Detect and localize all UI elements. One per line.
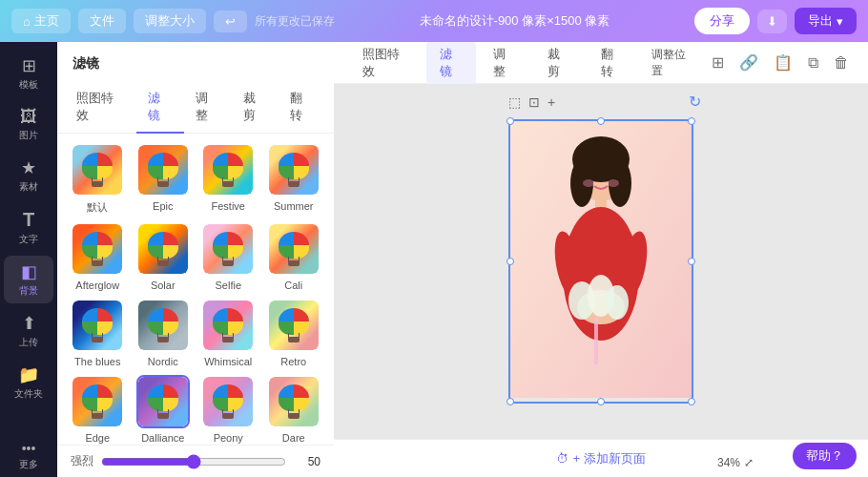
filter-item-default[interactable]: 默认 — [69, 143, 127, 215]
resize-button[interactable]: 调整大小 — [134, 9, 206, 33]
zoom-expand-icon[interactable]: ⤢ — [744, 456, 754, 469]
canvas-tab-filters[interactable]: 滤镜 — [426, 42, 476, 86]
filter-item-dalliance[interactable]: Dalliance — [134, 375, 193, 444]
filter-item-selfie[interactable]: Selfie — [199, 222, 258, 291]
canvas-tab-crop[interactable]: 裁剪 — [534, 42, 584, 86]
filter-sub-tabs: 照图特效 滤镜 调整 裁剪 翻转 — [57, 82, 334, 134]
sidebar-item-folder[interactable]: 📁 文件夹 — [4, 359, 53, 406]
filter-label-peony: Peony — [214, 432, 243, 444]
upload-icon: ⬆ — [22, 313, 36, 334]
link-icon[interactable]: 🔗 — [735, 50, 762, 75]
filter-item-solar[interactable]: Solar — [134, 222, 193, 291]
filter-row: 默认 Epic Festive Summer — [69, 143, 322, 215]
filter-item-blues[interactable]: The blues — [69, 299, 127, 367]
delete-icon[interactable]: 🗑 — [830, 51, 853, 75]
resize-handle-tr[interactable] — [688, 117, 695, 125]
filter-item-festive[interactable]: Festive — [199, 143, 258, 215]
share-button[interactable]: 分享 — [694, 8, 750, 34]
left-toolbar: ⊞ 模板 🖼 图片 ★ 素材 T 文字 ◧ 背景 ⬆ 上传 📁 文件夹 ••• — [0, 42, 57, 477]
svg-point-16 — [583, 179, 594, 187]
sidebar-item-template[interactable]: ⊞ 模板 — [4, 50, 53, 97]
add-page-label: + 添加新页面 — [572, 450, 645, 467]
svg-point-12 — [606, 285, 629, 320]
sidebar-item-upload[interactable]: ⬆ 上传 — [4, 307, 53, 355]
sidebar-item-more[interactable]: ••• 更多 — [4, 435, 53, 477]
filter-item-epic[interactable]: Epic — [134, 143, 193, 215]
zoom-level: 34% — [717, 456, 740, 469]
resize-handle-bm[interactable] — [597, 398, 605, 405]
filter-label-dalliance: Dalliance — [141, 432, 184, 444]
add-action-icon[interactable]: + — [548, 94, 555, 110]
adjust-position-button[interactable]: 调整位置 — [642, 43, 704, 83]
folder-label: 文件夹 — [14, 387, 43, 401]
intensity-slider[interactable] — [101, 454, 286, 469]
filter-label-whimsical: Whimsical — [204, 356, 252, 367]
canvas-image-container[interactable]: ⬚ ⊡ + ↻ — [508, 119, 693, 404]
zoom-info: 34% ⤢ — [717, 456, 754, 469]
copy-icon[interactable]: 📋 — [770, 50, 796, 75]
resize-handle-br[interactable] — [688, 398, 695, 405]
filter-grid: 默认 Epic Festive Summer Afterglow Solar S… — [57, 134, 334, 445]
filter-label-festive: Festive — [212, 200, 245, 212]
tab-crop[interactable]: 裁剪 — [232, 82, 279, 134]
filter-item-peony[interactable]: Peony — [199, 375, 258, 444]
canvas-workspace[interactable]: ⬚ ⊡ + ↻ — [334, 84, 868, 439]
download-button[interactable]: ⬇ — [757, 10, 787, 33]
filter-row: The blues Nordic Whimsical Retro — [69, 299, 322, 367]
tab-flip[interactable]: 翻转 — [279, 82, 326, 134]
document-title: 未命名的设计-900 像素×1500 像素 — [420, 12, 610, 30]
filter-label-epic: Epic — [153, 200, 173, 212]
resize-handle-tl[interactable] — [506, 117, 514, 125]
rotate-handle[interactable]: ↻ — [689, 93, 701, 111]
filter-thumb-afterglow — [71, 222, 124, 276]
file-button[interactable]: 文件 — [78, 9, 126, 33]
resize-handle-mr[interactable] — [688, 258, 695, 265]
filter-label-nordic: Nordic — [148, 356, 178, 367]
copy-action-icon[interactable]: ⊡ — [528, 94, 540, 110]
filter-item-whimsical[interactable]: Whimsical — [199, 299, 258, 367]
undo-button[interactable]: ↩ — [214, 10, 247, 32]
filter-item-summer[interactable]: Summer — [265, 143, 323, 215]
filter-item-dare[interactable]: Dare — [265, 375, 323, 444]
export-chevron-icon: ▾ — [837, 14, 843, 29]
filter-label-afterglow: Afterglow — [75, 280, 119, 291]
undo-icon: ↩ — [225, 14, 236, 29]
help-button[interactable]: 帮助？ — [793, 443, 857, 469]
filter-item-cali[interactable]: Cali — [265, 222, 323, 291]
tab-adjust[interactable]: 调整 — [184, 82, 232, 134]
canvas-tab-adjust[interactable]: 调整 — [480, 42, 529, 86]
tab-filters[interactable]: 滤镜 — [136, 82, 184, 134]
resize-handle-ml[interactable] — [506, 258, 514, 265]
tab-photo-effects[interactable]: 照图特效 — [65, 82, 136, 134]
filter-row: Edge Dalliance Peony Dare — [69, 375, 322, 444]
home-button[interactable]: ⌂ 主页 — [11, 9, 71, 33]
duplicate-icon[interactable]: ⧉ — [804, 51, 822, 75]
canvas-tab-photo-effects[interactable]: 照图特效 — [349, 42, 423, 86]
download-icon: ⬇ — [767, 14, 777, 29]
topbar-left: ⌂ 主页 文件 调整大小 ↩ 所有更改已保存 — [11, 9, 335, 33]
sidebar-item-element[interactable]: ★ 素材 — [4, 152, 53, 199]
filter-item-retro[interactable]: Retro — [265, 299, 323, 367]
filter-thumb-peony — [201, 375, 255, 428]
frame-icon[interactable]: ⬚ — [508, 94, 521, 110]
filter-item-edge[interactable]: Edge — [69, 375, 127, 444]
resize-handle-tm[interactable] — [597, 117, 605, 125]
resize-handle-bl[interactable] — [506, 398, 514, 405]
grid-icon[interactable]: ⊞ — [708, 50, 728, 75]
folder-icon: 📁 — [18, 364, 39, 385]
sidebar-item-photo[interactable]: 🖼 图片 — [4, 101, 53, 148]
export-label: 导出 — [808, 12, 833, 30]
timer-icon: ⏱ — [556, 451, 568, 466]
more-icon: ••• — [22, 441, 36, 456]
sidebar-item-background[interactable]: ◧ 背景 — [4, 256, 53, 303]
svg-point-14 — [590, 173, 597, 180]
add-page-button[interactable]: ⏱ + 添加新页面 — [556, 450, 645, 467]
export-button[interactable]: 导出 ▾ — [795, 8, 857, 34]
canvas-tab-flip[interactable]: 翻转 — [588, 42, 637, 86]
home-label: 主页 — [34, 12, 59, 30]
sidebar-item-text[interactable]: T 文字 — [4, 203, 53, 252]
filter-item-afterglow[interactable]: Afterglow — [69, 222, 127, 291]
canvas-top-actions: ⬚ ⊡ + — [508, 94, 555, 110]
filter-label-summer: Summer — [274, 200, 314, 212]
filter-item-nordic[interactable]: Nordic — [134, 299, 193, 367]
